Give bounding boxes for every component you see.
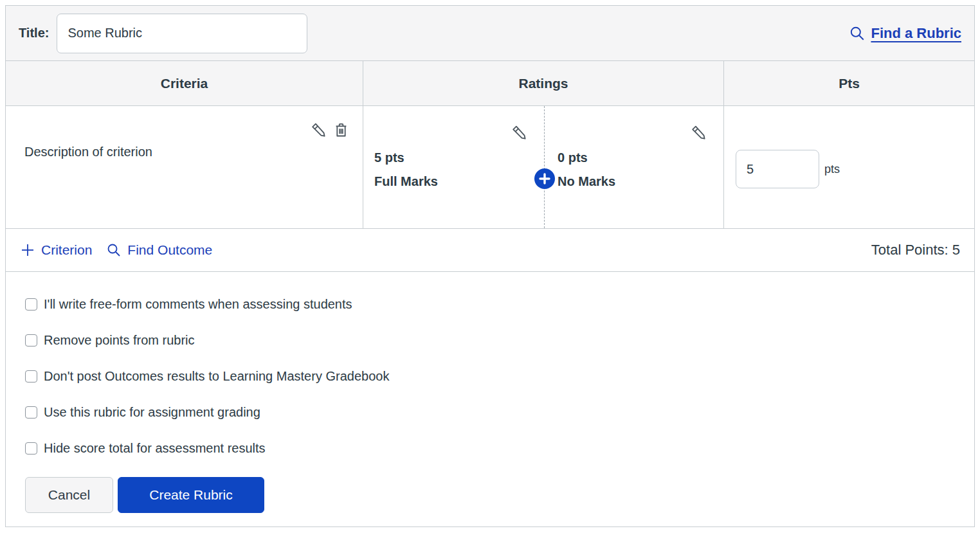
- plus-icon: [539, 173, 550, 184]
- criterion-points-input[interactable]: [736, 150, 819, 188]
- option-label: I'll write free-form comments when asses…: [44, 297, 352, 312]
- rating-points: 5 pts: [374, 146, 438, 170]
- checkbox-icon[interactable]: [25, 370, 37, 382]
- option-free-form-comments[interactable]: I'll write free-form comments when asses…: [25, 291, 974, 317]
- option-label: Remove points from rubric: [44, 333, 195, 348]
- cancel-button[interactable]: Cancel: [25, 477, 113, 513]
- option-label: Use this rubric for assignment grading: [44, 405, 260, 420]
- rating-label: No Marks: [558, 170, 615, 194]
- rating-full-marks: 5 pts Full Marks: [363, 106, 545, 228]
- checkbox-icon[interactable]: [25, 298, 37, 310]
- find-a-rubric-label: Find a Rubric: [871, 25, 961, 42]
- delete-criterion-icon[interactable]: [332, 122, 350, 139]
- total-points: Total Points: 5: [871, 242, 960, 258]
- edit-criterion-icon[interactable]: [309, 122, 327, 139]
- add-rating-button[interactable]: [534, 168, 555, 189]
- option-dont-post-outcomes[interactable]: Don't post Outcomes results to Learning …: [25, 363, 974, 389]
- find-outcome-label: Find Outcome: [127, 242, 212, 258]
- criterion-description: Description of criterion: [24, 145, 152, 159]
- add-criterion-label: Criterion: [41, 242, 92, 258]
- rubric-options: I'll write free-form comments when asses…: [6, 272, 974, 461]
- rating-label: Full Marks: [374, 170, 438, 194]
- criterion-cell: Description of criterion: [6, 106, 363, 228]
- checkbox-icon[interactable]: [25, 442, 37, 455]
- table-footer: Criterion Find Outcome Total Points: 5: [6, 229, 974, 272]
- plus-icon: [20, 242, 35, 258]
- option-label: Hide score total for assessment results: [44, 441, 266, 456]
- points-unit-label: pts: [824, 163, 840, 176]
- search-icon: [106, 242, 122, 258]
- create-rubric-button[interactable]: Create Rubric: [118, 477, 264, 513]
- action-buttons: Cancel Create Rubric: [6, 477, 974, 513]
- title-label: Title:: [19, 26, 49, 40]
- rubric-editor: Title: Find a Rubric Criteria Ratings Pt…: [5, 5, 975, 527]
- find-outcome-link[interactable]: Find Outcome: [106, 242, 212, 258]
- option-label: Don't post Outcomes results to Learning …: [44, 369, 389, 384]
- find-a-rubric-link[interactable]: Find a Rubric: [849, 25, 961, 42]
- ratings-column-header: Ratings: [363, 61, 723, 105]
- checkbox-icon[interactable]: [25, 406, 37, 419]
- edit-rating-icon[interactable]: [689, 124, 707, 141]
- add-criterion-link[interactable]: Criterion: [20, 242, 92, 258]
- option-remove-points[interactable]: Remove points from rubric: [25, 327, 974, 353]
- points-cell: pts: [723, 106, 974, 228]
- search-icon: [849, 25, 866, 42]
- option-use-for-grading[interactable]: Use this rubric for assignment grading: [25, 399, 974, 425]
- rating-points: 0 pts: [558, 146, 615, 170]
- criterion-row: Description of criterion 5 pts Full Mark…: [6, 106, 974, 229]
- rubric-table-header: Criteria Ratings Pts: [6, 61, 974, 106]
- pts-column-header: Pts: [723, 61, 974, 105]
- option-hide-score-total[interactable]: Hide score total for assessment results: [25, 435, 974, 461]
- checkbox-icon[interactable]: [25, 334, 37, 346]
- edit-rating-icon[interactable]: [510, 124, 527, 141]
- title-bar: Title: Find a Rubric: [6, 6, 974, 61]
- criteria-column-header: Criteria: [6, 61, 363, 105]
- ratings-cell: 5 pts Full Marks 0 pts No Marks: [363, 106, 723, 228]
- rubric-title-input[interactable]: [57, 14, 307, 53]
- rating-no-marks: 0 pts No Marks: [545, 106, 723, 228]
